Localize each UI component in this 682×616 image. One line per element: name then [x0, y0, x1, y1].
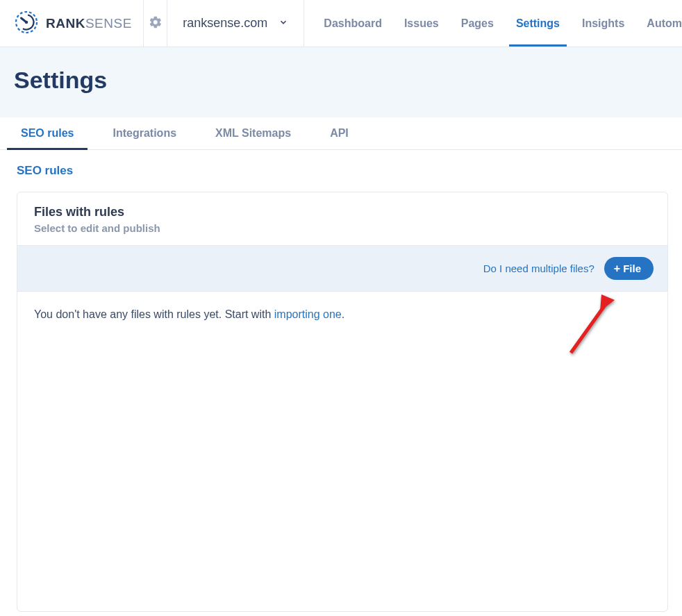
- card-body: You don't have any files with rules yet.…: [17, 292, 667, 611]
- settings-gear[interactable]: [144, 0, 167, 47]
- card-title: Files with rules: [34, 205, 651, 219]
- top-header: RANKSENSE ranksense.com Dashboard Issues…: [0, 0, 682, 47]
- nav-item-pages[interactable]: Pages: [461, 0, 494, 47]
- card-header: Files with rules Select to edit and publ…: [17, 192, 667, 245]
- card-toolbar: Do I need multiple files? + File: [17, 245, 667, 292]
- main-nav: Dashboard Issues Pages Settings Insights…: [304, 0, 682, 47]
- add-file-label: File: [623, 263, 641, 274]
- nav-item-dashboard[interactable]: Dashboard: [324, 0, 382, 47]
- logo-mark-icon: [14, 10, 39, 38]
- add-file-button[interactable]: + File: [604, 257, 654, 280]
- brand-wordmark: RANKSENSE: [46, 16, 132, 31]
- page-title: Settings: [14, 67, 668, 94]
- tab-integrations[interactable]: Integrations: [106, 117, 183, 149]
- brand-light: SENSE: [85, 16, 132, 31]
- card-subtitle: Select to edit and publish: [34, 222, 651, 234]
- empty-state-text: You don't have any files with rules yet.…: [34, 308, 651, 321]
- nav-item-automation[interactable]: Autom: [647, 0, 682, 47]
- empty-prefix: You don't have any files with rules yet.…: [34, 308, 274, 320]
- tab-xml-sitemaps[interactable]: XML Sitemaps: [208, 117, 298, 149]
- files-card: Files with rules Select to edit and publ…: [17, 192, 668, 612]
- section-heading: SEO rules: [0, 150, 682, 183]
- tab-api[interactable]: API: [323, 117, 356, 149]
- site-selector-label: ranksense.com: [183, 16, 267, 31]
- nav-item-insights[interactable]: Insights: [582, 0, 624, 47]
- chevron-down-icon: [278, 17, 288, 30]
- svg-point-3: [25, 20, 28, 24]
- import-link[interactable]: importing one: [274, 308, 342, 320]
- site-selector[interactable]: ranksense.com: [167, 0, 304, 47]
- sub-tabs: SEO rules Integrations XML Sitemaps API: [0, 117, 682, 150]
- gear-icon: [149, 15, 163, 32]
- page-title-band: Settings: [0, 47, 682, 117]
- multiple-files-help-link[interactable]: Do I need multiple files?: [483, 263, 594, 274]
- brand-logo[interactable]: RANKSENSE: [0, 0, 144, 47]
- plus-icon: +: [614, 263, 620, 274]
- nav-item-settings[interactable]: Settings: [516, 0, 560, 47]
- tab-seo-rules[interactable]: SEO rules: [14, 117, 81, 149]
- empty-suffix: .: [342, 308, 344, 320]
- nav-item-issues[interactable]: Issues: [404, 0, 439, 47]
- brand-bold: RANK: [46, 16, 85, 31]
